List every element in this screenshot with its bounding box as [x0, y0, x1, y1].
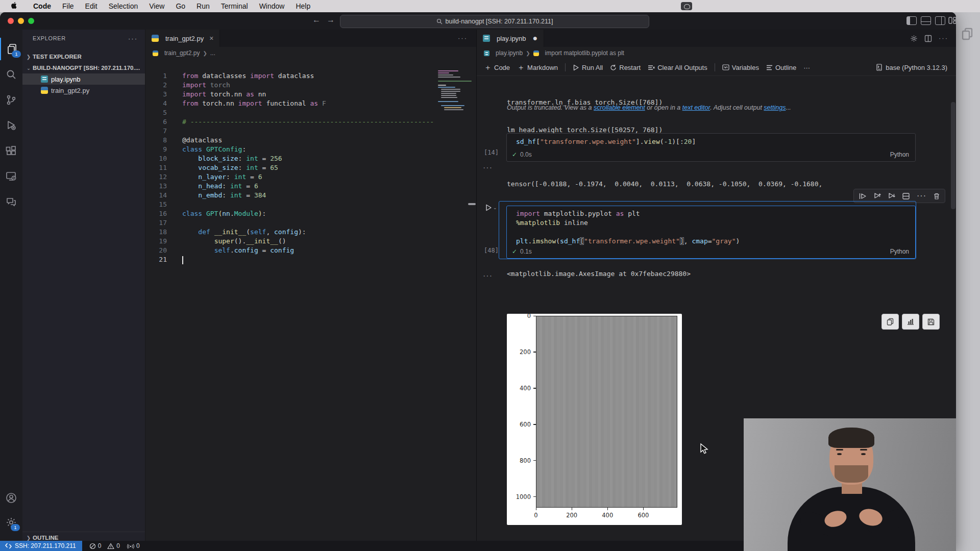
sash-handle[interactable] [468, 203, 476, 205]
cell-14-code[interactable]: sd_hf["transformer.wpe.weight"].view(-1)… [516, 137, 696, 146]
toolbar-more-icon[interactable]: ··· [803, 64, 810, 71]
problems-indicator[interactable]: 0 0 [89, 542, 120, 549]
add-code-cell-button[interactable]: ＋Code [484, 63, 510, 72]
run-dropdown-icon[interactable]: ⌄ [493, 205, 497, 210]
restart-button[interactable]: Restart [610, 64, 641, 71]
menu-go[interactable]: Go [170, 2, 191, 10]
menu-code[interactable]: Code [28, 2, 57, 10]
save-output-button[interactable] [922, 314, 940, 330]
accounts-icon[interactable] [0, 487, 22, 509]
screen: Code File Edit Selection View Go Run Ter… [0, 0, 980, 551]
search-text: build-nanogpt [SSH: 207.211.170.211] [446, 18, 553, 25]
command-center-search[interactable]: build-nanogpt [SSH: 207.211.170.211] [340, 15, 649, 28]
remote-indicator[interactable]: SSH: 207.211.170.211 [0, 541, 82, 551]
customize-layout-icon[interactable] [948, 17, 956, 24]
file-train-gpt2-py[interactable]: train_gpt2.py [22, 85, 145, 96]
file-play-ipynb[interactable]: play.ipynb [22, 73, 145, 85]
notebook-scrollbar[interactable] [951, 102, 955, 209]
scrollable-element-link[interactable]: scrollable element [594, 104, 645, 111]
search-icon[interactable] [0, 63, 22, 86]
menu-terminal[interactable]: Terminal [215, 2, 254, 10]
open-plot-viewer-button[interactable] [902, 314, 919, 330]
minimize-window-button[interactable] [18, 18, 24, 24]
output-collapse-icon[interactable]: ··· [483, 271, 493, 281]
modified-dot-icon[interactable]: ● [533, 34, 538, 43]
explorer-icon[interactable]: 1 [0, 38, 23, 60]
code-cell-14[interactable]: sd_hf["transformer.wpe.weight"].view(-1)… [506, 133, 916, 162]
kernel-picker[interactable]: base (Python 3.12.3) [876, 64, 947, 71]
exec-time: 0.0s [520, 151, 532, 158]
toggle-secondary-sidebar-icon[interactable] [935, 16, 945, 25]
editor-breadcrumb[interactable]: train_gpt2.py ❯ ... [145, 47, 477, 59]
sidebar-more-icon[interactable]: ··· [128, 35, 138, 42]
plus-icon: ＋ [484, 63, 492, 72]
run-all-button[interactable]: Run All [573, 64, 603, 71]
execution-count: [48] [484, 247, 499, 254]
text-editor-link[interactable]: text editor [682, 104, 710, 111]
code-cell-48[interactable]: import matplotlib.pyplot as plt%matplotl… [506, 206, 916, 259]
split-cell-icon[interactable] [902, 193, 910, 199]
tab-train-gpt2[interactable]: train_gpt2.py × [145, 30, 220, 47]
mouse-cursor [700, 443, 709, 455]
person-eye [837, 453, 842, 455]
variables-button[interactable]: Variables [722, 64, 759, 71]
minimap[interactable] [438, 70, 475, 116]
tab-play-ipynb[interactable]: play.ipynb ● [477, 30, 544, 47]
zoom-window-button[interactable] [28, 18, 34, 24]
comments-icon[interactable] [0, 191, 22, 213]
close-tab-icon[interactable]: × [209, 34, 213, 42]
split-editor-icon[interactable] [924, 35, 932, 42]
toggle-sidebar-icon[interactable] [906, 16, 917, 25]
variables-icon [722, 64, 729, 70]
run-debug-icon[interactable] [0, 114, 22, 137]
screen-share-indicator-icon[interactable] [681, 2, 692, 10]
warnings-icon [107, 543, 114, 549]
menu-help[interactable]: Help [290, 2, 316, 10]
ports-indicator[interactable]: 0 [127, 542, 140, 549]
cell-48-exec-row: ✓ 0.1s Python [512, 247, 910, 256]
notebook-settings-gear-icon[interactable] [910, 35, 918, 42]
errors-icon [89, 543, 96, 549]
chevron-right-icon: ❯ [24, 535, 33, 541]
cell-more-actions-icon[interactable]: ··· [917, 191, 926, 201]
menu-window[interactable]: Window [254, 2, 290, 10]
kernel-env-icon [876, 64, 883, 71]
settings-gear-icon[interactable]: 1 [0, 511, 22, 534]
apple-menu-icon[interactable] [11, 2, 18, 10]
menu-view[interactable]: View [143, 2, 170, 10]
source-control-icon[interactable] [0, 89, 22, 111]
cell-language[interactable]: Python [890, 248, 909, 255]
nav-forward-icon[interactable]: → [327, 15, 335, 24]
nav-back-icon[interactable]: ← [312, 15, 321, 24]
outline-button[interactable]: Outline [766, 64, 796, 71]
editor-tab-bar: train_gpt2.py × ··· [145, 30, 477, 47]
output-collapse-icon[interactable]: ··· [483, 163, 493, 172]
add-markdown-cell-button[interactable]: ＋Markdown [517, 63, 558, 72]
clear-all-outputs-button[interactable]: Clear All Outputs [648, 64, 707, 71]
toggle-panel-icon[interactable] [921, 16, 931, 25]
settings-link[interactable]: settings [764, 104, 786, 111]
section-test-explorer[interactable]: ❯ TEST EXPLORER [22, 51, 145, 62]
close-window-button[interactable] [8, 18, 14, 24]
menu-file[interactable]: File [57, 2, 80, 10]
remote-icon [5, 543, 12, 549]
menu-run[interactable]: Run [191, 2, 215, 10]
menu-selection[interactable]: Selection [103, 2, 144, 10]
execute-cell-below-icon[interactable] [888, 192, 895, 199]
extensions-icon[interactable] [0, 140, 22, 162]
notebook-more-actions-icon[interactable]: ··· [939, 34, 948, 42]
notebook-file-icon [41, 76, 48, 83]
remote-explorer-icon[interactable] [0, 165, 22, 188]
notebook-breadcrumb[interactable]: play.ipynb ❯ import matplotlib.pyplot as… [477, 47, 956, 59]
execute-cell-above-icon[interactable] [874, 192, 881, 199]
delete-cell-icon[interactable] [934, 193, 940, 199]
cell-48-code[interactable]: import matplotlib.pyplot as plt%matplotl… [516, 209, 740, 246]
code-editor[interactable]: from dataclasses import dataclassimport … [182, 71, 433, 264]
execute-above-icon[interactable] [859, 193, 867, 199]
cell-language[interactable]: Python [890, 151, 909, 158]
run-cell-button[interactable]: ⌄ [485, 204, 497, 211]
section-workspace[interactable]: ⌄ BUILD-NANOGPT [SSH: 207.211.170.... [22, 62, 145, 73]
menu-edit[interactable]: Edit [80, 2, 103, 10]
copy-output-button[interactable] [881, 314, 899, 330]
editor-actions-more-icon[interactable]: ··· [458, 34, 468, 42]
